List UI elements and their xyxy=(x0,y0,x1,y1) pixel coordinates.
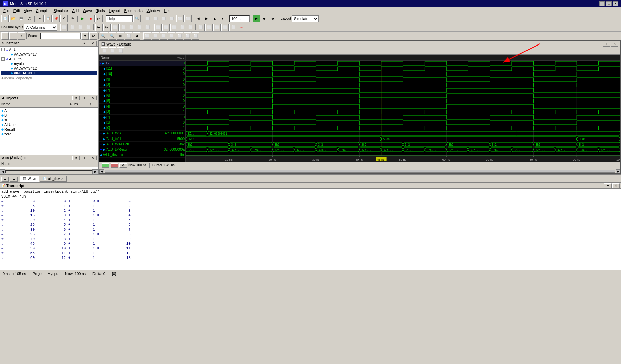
zoom-btn1[interactable]: ⬜ xyxy=(197,24,205,31)
wave-zoom-area[interactable]: ⬜ xyxy=(125,32,132,40)
obj-result[interactable]: ◆ Result xyxy=(1,127,97,132)
maximize-button[interactable]: □ xyxy=(606,1,612,6)
zoom-btn2[interactable]: ⬜ xyxy=(205,24,213,31)
edge-btn2[interactable]: ⬜ xyxy=(152,32,159,40)
search-options-btn[interactable]: ⚙ xyxy=(89,32,97,40)
remove-signal-btn[interactable]: - xyxy=(9,32,17,40)
menu-compile[interactable]: Compile xyxy=(34,8,51,13)
menu-wave[interactable]: Wave xyxy=(81,8,94,13)
wave-zoom-out[interactable]: 🔍- xyxy=(109,32,116,40)
edge-btn3[interactable]: ⬜ xyxy=(160,32,167,40)
print-button[interactable]: 🖨 xyxy=(26,15,33,22)
forward-button[interactable]: ▶ xyxy=(203,15,210,22)
edge-btn7[interactable]: ⬜ xyxy=(192,32,199,40)
tree-item-vsim[interactable]: ◆ #vsim_capacity# xyxy=(1,75,97,80)
wave-inner-btn2[interactable]: ⬜ xyxy=(109,47,116,55)
instance-close-btn[interactable]: ✕ xyxy=(89,41,97,46)
copy-button[interactable]: 📋 xyxy=(44,15,52,22)
step-button[interactable]: ⏭ xyxy=(95,15,103,22)
layout-dropdown[interactable]: Simulate Default xyxy=(292,15,319,22)
open-button[interactable]: 📂 xyxy=(9,15,17,22)
zoom-btn5[interactable]: ⬜ xyxy=(230,24,237,31)
wave-btn2[interactable]: ⬜ xyxy=(152,15,159,22)
down-button[interactable]: ▼ xyxy=(219,15,226,22)
tab-wave[interactable]: 🔲 Wave xyxy=(20,176,39,182)
now-settings-btn[interactable]: ⚙ xyxy=(119,163,127,168)
undo-button[interactable]: ↶ xyxy=(60,15,68,22)
new-button[interactable]: 📄 xyxy=(1,15,9,22)
wave-nav-btn7[interactable]: ⬜ xyxy=(144,24,151,31)
menu-view[interactable]: View xyxy=(22,8,34,13)
edge-btn4[interactable]: ⬜ xyxy=(168,32,175,40)
left-hscroll[interactable]: ◀ ▶ xyxy=(0,169,98,174)
sim-close-btn[interactable]: ✕ xyxy=(89,156,97,160)
run-button[interactable]: ▶ xyxy=(79,15,86,22)
menu-help[interactable]: Help xyxy=(162,8,174,13)
menu-add[interactable]: Add xyxy=(70,8,81,13)
sim-pin-btn[interactable]: # xyxy=(72,156,80,160)
wave-hscroll[interactable]: ◀ ▶ xyxy=(99,169,620,173)
cursor-btn1[interactable]: ⬜ xyxy=(154,24,162,31)
col-btn3[interactable]: ⬜ xyxy=(77,24,84,31)
help-search-button[interactable]: 🔍 xyxy=(133,15,141,22)
wave-zoom-prev[interactable]: ◀ xyxy=(133,32,140,40)
sim-back-btn[interactable]: ⏮ xyxy=(269,15,276,22)
menu-edit[interactable]: Edit xyxy=(11,8,22,13)
col-btn4[interactable]: ⬜ xyxy=(85,24,92,31)
tree-item-initial19[interactable]: ◆ #INITIAL#19 xyxy=(1,71,97,75)
obj-sl[interactable]: ◆ sl xyxy=(1,118,97,122)
zoom-btn4[interactable]: ⬜ xyxy=(221,24,229,31)
column-layout-dropdown[interactable]: AllColumns xyxy=(24,24,57,31)
wave-zoom-fit[interactable]: ⊞ xyxy=(117,32,124,40)
search-go-btn[interactable]: ▼ xyxy=(81,32,89,40)
tab-right-btn[interactable]: ▶ xyxy=(10,177,18,182)
cursor-btn3[interactable]: ⬜ xyxy=(170,24,178,31)
sim-step-btn[interactable]: ⏭ xyxy=(261,15,268,22)
tree-item-always12[interactable]: ◆ #ALWAYS#12 xyxy=(1,66,97,71)
col-btn1[interactable]: ⬜ xyxy=(60,24,68,31)
tree-item-alutb[interactable]: - 🗂 ALU_tb xyxy=(1,57,97,61)
menu-window[interactable]: Window xyxy=(145,8,162,13)
sim-plus-btn[interactable]: + xyxy=(81,156,88,160)
move-up-btn[interactable]: ↑ xyxy=(18,32,25,40)
wave-nav-btn3[interactable]: ⬜ xyxy=(111,24,119,31)
objects-pin-btn[interactable]: # xyxy=(72,96,80,100)
wave-nav-btn5[interactable]: ⬜ xyxy=(128,24,135,31)
tree-item-myalu[interactable]: ◆ myalu xyxy=(1,61,97,66)
wave-inner-btn1[interactable]: ⬜ xyxy=(101,47,108,55)
minimize-button[interactable]: — xyxy=(599,1,605,6)
tree-item-always17[interactable]: ◆ #ALWAYS#17 xyxy=(1,52,97,57)
transcript-close-btn[interactable]: ✕ xyxy=(612,183,620,188)
search-input[interactable] xyxy=(40,33,81,39)
cursor-color-btn[interactable] xyxy=(111,163,118,168)
wave-btn5[interactable]: ⬜ xyxy=(176,15,184,22)
tab-left-btn[interactable]: ◀ xyxy=(1,177,9,182)
cursor-btn4[interactable]: ⬜ xyxy=(179,24,186,31)
wave-btn1[interactable]: ⬜ xyxy=(144,15,151,22)
sim-run-btn[interactable]: ▶ xyxy=(253,15,260,22)
time-input[interactable] xyxy=(230,15,250,22)
wave-btn3[interactable]: ⬜ xyxy=(160,15,167,22)
help-input[interactable] xyxy=(106,15,133,22)
menu-tools[interactable]: Tools xyxy=(94,8,107,13)
wave-inner-btn3[interactable]: ⬜ xyxy=(117,47,124,55)
obj-A[interactable]: ◆ A xyxy=(1,108,97,113)
menu-simulate[interactable]: Simulate xyxy=(52,8,70,13)
add-signal-btn[interactable]: + xyxy=(1,32,9,40)
col-btn2[interactable]: ⬜ xyxy=(69,24,76,31)
up-button[interactable]: ▲ xyxy=(211,15,218,22)
objects-plus-btn[interactable]: + xyxy=(81,96,88,100)
transcript-plus-btn[interactable]: + xyxy=(604,183,612,188)
zoom-btn3[interactable]: ⬜ xyxy=(213,24,221,31)
wave-nav-btn2[interactable]: ⏭ xyxy=(103,24,111,31)
redo-button[interactable]: ↷ xyxy=(69,15,76,22)
tab-alu-tb[interactable]: 📄 alu_tb.v ✕ xyxy=(40,176,67,182)
tree-item-alu[interactable]: - 🗂 ALU xyxy=(1,47,97,52)
menu-file[interactable]: File xyxy=(1,8,11,13)
cursor-btn2[interactable]: ⬜ xyxy=(162,24,170,31)
save-button[interactable]: 💾 xyxy=(18,15,25,22)
wave-nav-btn1[interactable]: ⏮ xyxy=(95,24,103,31)
zoom-btn6[interactable]: → xyxy=(238,24,245,31)
back-button[interactable]: ◀ xyxy=(195,15,202,22)
cut-button[interactable]: ✂ xyxy=(36,15,44,22)
